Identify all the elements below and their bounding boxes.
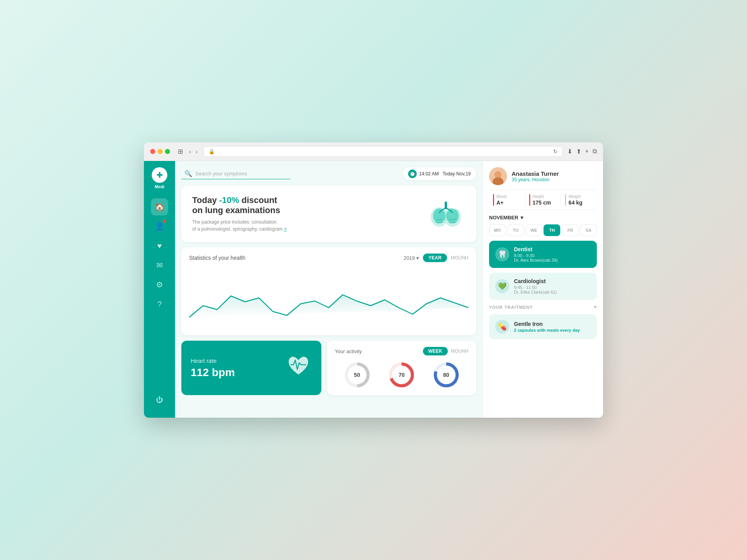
cardiologist-time: 9:45 - 11:50 <box>514 285 557 290</box>
sidebar-item-settings[interactable]: ⚙ <box>151 276 168 293</box>
activity-circles: 50 70 <box>335 361 468 389</box>
day-th[interactable]: TH <box>544 224 560 236</box>
stats-title: Statistics of your health <box>189 255 245 261</box>
profile-icon: 👤 <box>155 222 165 231</box>
svg-point-2 <box>433 208 445 223</box>
sidebar-item-profile[interactable]: 👤 <box>151 218 168 235</box>
sidebar-item-home[interactable]: 🏠 <box>151 198 168 215</box>
notification-badge <box>163 220 166 223</box>
day-mo[interactable]: MO <box>489 224 506 236</box>
day-tabs: MO TU WE TH FR SA <box>489 224 597 236</box>
activity-title: Your activity <box>335 348 362 354</box>
height-label: Height <box>533 194 551 199</box>
cardiologist-doctor: Dr. Elika Clark(cab 61) <box>514 290 557 294</box>
dentist-time: 8:00 - 9:30 <box>514 253 558 258</box>
treatment-description: 2 capsules with meals every day <box>514 328 580 332</box>
cardiologist-details: Cardiologist 9:45 - 11:50 Dr. Elika Clar… <box>514 278 557 294</box>
datetime-text: 14:02 AM Today Nov,19 <box>419 171 471 177</box>
search-icon: 🔍 <box>184 170 192 177</box>
sidebar-nav: 🏠 👤 ♥ ✉ ⚙ ? <box>144 198 175 388</box>
dentist-doctor: Dr. Alex Brown(cab 39) <box>514 258 558 262</box>
patient-meta: 35 years, Houston <box>512 177 559 182</box>
donut-2: 70 <box>388 361 416 389</box>
patient-avatar <box>489 167 507 185</box>
month-selector[interactable]: NOVEMBER ▾ <box>489 215 597 220</box>
promo-discount: -10% <box>219 195 239 205</box>
tabs-grid-icon[interactable]: ⧉ <box>593 148 597 155</box>
donut-value-3: 80 <box>443 372 449 378</box>
download-icon[interactable]: ⬇ <box>567 148 572 155</box>
bottom-cards: Heart rate 112 bpm Your activity <box>181 341 476 395</box>
promo-link[interactable]: > <box>284 226 287 232</box>
promo-banner: Today -10% discounton lung examinations … <box>181 186 476 242</box>
sidebar-item-logout[interactable]: ⏻ <box>151 391 168 408</box>
promo-headline: Today -10% discounton lung examinations <box>192 195 287 215</box>
treatment-header[interactable]: YOUR TRAITMENT ▾ <box>489 304 597 310</box>
browser-window: ⊞ ‹ › 🔒 ↻ ⬇ ⬆ + ⧉ ✚ Medi 🏠 <box>144 142 603 418</box>
search-input[interactable] <box>195 171 281 177</box>
appointment-dentist[interactable]: 🦷 Dentist 8:00 - 9:30 Dr. Alex Brown(cab… <box>489 241 597 268</box>
svg-point-3 <box>446 208 459 223</box>
gear-icon: ⚙ <box>156 280 163 289</box>
tabs-icon[interactable]: ⊞ <box>178 148 183 155</box>
activity-tabs: WEEK MOUNH <box>423 347 468 355</box>
back-button[interactable]: ‹ <box>188 148 193 156</box>
promo-image <box>426 198 465 229</box>
day-sa[interactable]: SA <box>580 224 597 236</box>
heartbeat-icon <box>285 353 312 383</box>
heart-rate-card: Heart rate 112 bpm <box>181 341 321 395</box>
day-fr[interactable]: FR <box>562 224 579 236</box>
svg-point-7 <box>450 204 455 208</box>
weight-indicator <box>565 194 566 206</box>
forward-button[interactable]: › <box>194 148 199 156</box>
sidebar-item-help[interactable]: ? <box>151 296 168 313</box>
weight-label: Weight <box>568 194 582 199</box>
close-button[interactable] <box>150 149 155 154</box>
tab-month-button[interactable]: MOUNH <box>451 255 468 261</box>
tab-year-button[interactable]: YEAR <box>423 254 447 262</box>
refresh-icon[interactable]: ↻ <box>553 149 558 154</box>
minimize-button[interactable] <box>158 149 163 154</box>
vital-weight: Weight 64 kg <box>561 194 597 206</box>
search-header: 🔍 🕐 14:02 AM Today Nov,19 <box>181 167 476 180</box>
sidebar-item-messages[interactable]: ✉ <box>151 257 168 274</box>
security-icon: 🔒 <box>209 149 215 154</box>
donut-3: 80 <box>432 361 460 389</box>
address-bar[interactable]: 🔒 ↻ <box>203 146 562 157</box>
height-indicator <box>529 194 530 206</box>
activity-circle-3: 80 <box>432 361 460 389</box>
day-we[interactable]: WE <box>526 224 542 236</box>
browser-actions: ⬇ ⬆ + ⧉ <box>567 148 597 155</box>
lungs-illustration <box>428 200 463 229</box>
day-tu[interactable]: TU <box>507 224 524 236</box>
patient-details: Anastasia Turner 35 years, Houston <box>512 170 559 182</box>
vitals-row: Blood A+ Height 175 cm <box>489 190 597 210</box>
date-text: Today Nov,19 <box>443 171 471 177</box>
logo-icon: ✚ <box>152 167 167 183</box>
maximize-button[interactable] <box>165 149 170 154</box>
cardiologist-icon: 💚 <box>495 279 509 293</box>
sidebar-item-favorites[interactable]: ♥ <box>151 237 168 254</box>
treatment-card: 💊 Gentle Iron 2 capsules with meals ever… <box>489 314 597 339</box>
share-icon[interactable]: ⬆ <box>576 148 581 155</box>
appointment-cardiologist[interactable]: 💚 Cardiologist 9:45 - 11:50 Dr. Elika Cl… <box>489 273 597 300</box>
blood-indicator <box>493 194 494 206</box>
activity-tab-month[interactable]: MOUNH <box>451 348 468 354</box>
search-bar: 🔍 <box>181 168 290 179</box>
dentist-title: Dentist <box>514 246 558 252</box>
dentist-icon: 🦷 <box>495 247 509 261</box>
activity-card: Your activity WEEK MOUNH <box>327 341 476 395</box>
treatment-name: Gentle Iron <box>514 321 580 327</box>
mail-icon: ✉ <box>156 261 163 270</box>
height-value: 175 cm <box>533 200 551 206</box>
heart-rate-info: Heart rate 112 bpm <box>191 357 235 379</box>
donut-value-1: 50 <box>354 372 360 378</box>
stats-section: Statistics of your health 2019 ▾ YEAR MO… <box>181 247 476 335</box>
chevron-down-icon: ▾ <box>416 255 419 261</box>
promo-text: Today -10% discounton lung examinations … <box>192 195 287 233</box>
cardiologist-title: Cardiologist <box>514 278 557 284</box>
new-tab-icon[interactable]: + <box>585 148 589 155</box>
year-selector[interactable]: 2019 ▾ <box>403 255 419 261</box>
vital-height: Height 175 cm <box>525 194 561 206</box>
activity-tab-week[interactable]: WEEK <box>423 347 448 355</box>
